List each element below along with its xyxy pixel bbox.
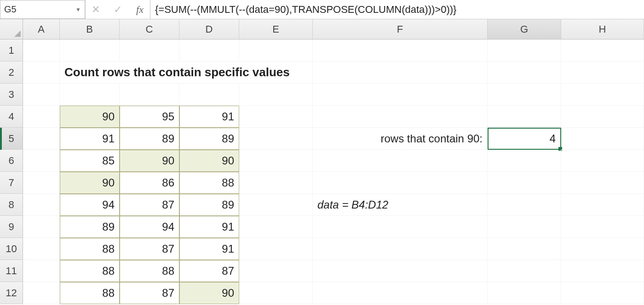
cell-a9[interactable] (23, 216, 60, 238)
cell-c5[interactable]: 89 (120, 128, 179, 150)
cell-c1[interactable] (120, 40, 179, 62)
cell-e2[interactable] (239, 62, 313, 84)
col-header-a[interactable]: A (23, 19, 60, 39)
cell-g3[interactable] (488, 84, 561, 106)
cell-c10[interactable]: 87 (120, 238, 179, 260)
cell-h1[interactable] (561, 40, 644, 62)
cell-c8[interactable]: 87 (120, 194, 179, 216)
cell-g6[interactable] (488, 150, 561, 172)
cell-g10[interactable] (488, 238, 561, 260)
cell-g12[interactable] (488, 282, 561, 304)
cell-c2[interactable] (120, 62, 179, 84)
row-header-5[interactable]: 5 (0, 128, 23, 150)
cell-f11[interactable] (313, 260, 488, 282)
cell-f7[interactable] (313, 172, 488, 194)
cell-e12[interactable] (239, 282, 313, 304)
cell-g9[interactable] (488, 216, 561, 238)
cell-a12[interactable] (23, 282, 60, 304)
col-header-d[interactable]: D (179, 19, 239, 39)
cell-a1[interactable] (23, 40, 60, 62)
cell-g7[interactable] (488, 172, 561, 194)
cell-d6[interactable]: 90 (179, 150, 239, 172)
cell-f5[interactable]: rows that contain 90: (313, 128, 488, 150)
row-header-6[interactable]: 6 (0, 150, 23, 172)
cell-a6[interactable] (23, 150, 60, 172)
cell-h10[interactable] (561, 238, 644, 260)
cell-h12[interactable] (561, 282, 644, 304)
row-header-1[interactable]: 1 (0, 40, 23, 62)
cell-e1[interactable] (239, 40, 313, 62)
cell-h4[interactable] (561, 106, 644, 128)
name-box-dropdown-icon[interactable]: ▼ (75, 6, 81, 13)
cell-g2[interactable] (488, 62, 561, 84)
cell-h5[interactable] (561, 128, 644, 150)
cell-g5[interactable]: 4 (488, 128, 561, 150)
cell-d1[interactable] (179, 40, 239, 62)
cell-b10[interactable]: 88 (60, 238, 120, 260)
cell-e7[interactable] (239, 172, 313, 194)
fx-icon[interactable]: fx (133, 3, 146, 16)
cell-e5[interactable] (239, 128, 313, 150)
cell-a2[interactable] (23, 62, 60, 84)
cell-f10[interactable] (313, 238, 488, 260)
cell-e6[interactable] (239, 150, 313, 172)
cell-h8[interactable] (561, 194, 644, 216)
cell-b5[interactable]: 91 (60, 128, 120, 150)
cell-b4[interactable]: 90 (60, 106, 120, 128)
cell-d5[interactable]: 89 (179, 128, 239, 150)
col-header-b[interactable]: B (60, 19, 120, 39)
row-header-4[interactable]: 4 (0, 106, 23, 128)
col-header-c[interactable]: C (120, 19, 179, 39)
row-header-9[interactable]: 9 (0, 216, 23, 238)
cell-g8[interactable] (488, 194, 561, 216)
cell-g1[interactable] (488, 40, 561, 62)
cell-e8[interactable] (239, 194, 313, 216)
cell-d8[interactable]: 89 (179, 194, 239, 216)
cell-g11[interactable] (488, 260, 561, 282)
cell-a8[interactable] (23, 194, 60, 216)
row-header-11[interactable]: 11 (0, 260, 23, 282)
cell-b1[interactable] (60, 40, 120, 62)
row-header-10[interactable]: 10 (0, 238, 23, 260)
cell-f4[interactable] (313, 106, 488, 128)
cell-d4[interactable]: 91 (179, 106, 239, 128)
cell-a7[interactable] (23, 172, 60, 194)
confirm-edit-icon[interactable]: ✓ (111, 3, 124, 16)
cell-h3[interactable] (561, 84, 644, 106)
cell-e4[interactable] (239, 106, 313, 128)
cell-c9[interactable]: 94 (120, 216, 179, 238)
cell-d11[interactable]: 87 (179, 260, 239, 282)
cell-f3[interactable] (313, 84, 488, 106)
cell-b8[interactable]: 94 (60, 194, 120, 216)
cell-e11[interactable] (239, 260, 313, 282)
name-box[interactable]: G5 ▼ (0, 0, 85, 19)
cell-e9[interactable] (239, 216, 313, 238)
cell-e3[interactable] (239, 84, 313, 106)
cell-e10[interactable] (239, 238, 313, 260)
col-header-h[interactable]: H (561, 19, 644, 39)
cell-f1[interactable] (313, 40, 488, 62)
cell-a3[interactable] (23, 84, 60, 106)
cell-a5[interactable] (23, 128, 60, 150)
cell-h2[interactable] (561, 62, 644, 84)
cell-b2-title[interactable]: Count rows that contain specific values (60, 62, 120, 84)
cell-c6[interactable]: 90 (120, 150, 179, 172)
cell-d7[interactable]: 88 (179, 172, 239, 194)
cell-c3[interactable] (120, 84, 179, 106)
cell-h6[interactable] (561, 150, 644, 172)
row-header-12[interactable]: 12 (0, 282, 23, 304)
row-header-7[interactable]: 7 (0, 172, 23, 194)
col-header-f[interactable]: F (313, 19, 488, 39)
cell-b12[interactable]: 88 (60, 282, 120, 304)
cell-d9[interactable]: 91 (179, 216, 239, 238)
cell-c12[interactable]: 87 (120, 282, 179, 304)
select-all-corner[interactable] (0, 19, 23, 39)
col-header-g[interactable]: G (488, 19, 561, 39)
cell-b7[interactable]: 90 (60, 172, 120, 194)
cell-f8[interactable]: data = B4:D12 (313, 194, 488, 216)
row-header-3[interactable]: 3 (0, 84, 23, 106)
cell-f6[interactable] (313, 150, 488, 172)
cell-c4[interactable]: 95 (120, 106, 179, 128)
cell-b11[interactable]: 88 (60, 260, 120, 282)
cell-d3[interactable] (179, 84, 239, 106)
